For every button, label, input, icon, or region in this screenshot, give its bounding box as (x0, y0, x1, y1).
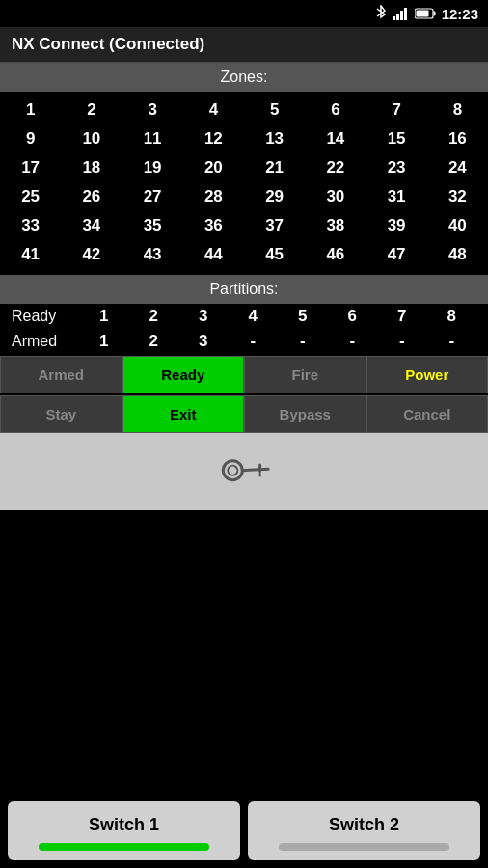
zone-cell[interactable]: 7 (366, 95, 427, 124)
action-buttons-row1: ArmedReadyFirePower (0, 356, 488, 393)
zone-cell[interactable]: 13 (244, 124, 305, 153)
zone-cell[interactable]: 33 (0, 211, 61, 240)
zones-grid: 1234567891011121314151617181920212223242… (0, 92, 488, 273)
zone-cell[interactable]: 35 (122, 211, 183, 240)
action-button-power[interactable]: Power (366, 356, 489, 393)
zone-cell[interactable]: 31 (366, 182, 427, 211)
zone-cell[interactable]: 28 (183, 182, 244, 211)
zone-cell[interactable]: 32 (427, 182, 488, 211)
zone-cell[interactable]: 45 (244, 240, 305, 269)
zone-cell[interactable]: 27 (122, 182, 183, 211)
partition-cell[interactable]: 5 (288, 307, 317, 326)
action-button-fire[interactable]: Fire (244, 356, 366, 393)
svg-rect-5 (433, 12, 435, 16)
zone-cell[interactable]: 3 (122, 95, 183, 124)
partition-cell[interactable]: - (388, 332, 417, 351)
zone-cell[interactable]: 16 (427, 124, 488, 153)
partition-cell[interactable]: 4 (238, 307, 267, 326)
zone-cell[interactable]: 4 (183, 95, 244, 124)
partition-cell[interactable]: 1 (90, 332, 119, 351)
partition-cell[interactable]: - (288, 332, 317, 351)
partition-cell[interactable]: 1 (90, 307, 119, 326)
status-bar: 12:23 (0, 0, 488, 27)
partition-cell[interactable]: - (238, 332, 267, 351)
partition-cell[interactable]: 3 (189, 332, 218, 351)
zone-cell[interactable]: 9 (0, 124, 61, 153)
title-bar: NX Connect (Connected) (0, 27, 488, 63)
partitions-header: Partitions: (0, 275, 488, 304)
partitions-table: Ready12345678Armed123----- (0, 304, 488, 354)
svg-rect-0 (393, 16, 395, 20)
zone-cell[interactable]: 22 (305, 153, 366, 182)
zone-cell[interactable]: 15 (366, 124, 427, 153)
partition-cell[interactable]: 7 (388, 307, 417, 326)
svg-rect-1 (396, 14, 399, 20)
action-button-cancel[interactable]: Cancel (366, 395, 489, 433)
zone-cell[interactable]: 29 (244, 182, 305, 211)
zone-cell[interactable]: 10 (61, 124, 122, 153)
svg-rect-6 (416, 11, 428, 17)
zone-cell[interactable]: 47 (366, 240, 427, 269)
partition-cell[interactable]: - (437, 332, 466, 351)
zone-cell[interactable]: 40 (427, 211, 488, 240)
partitions-row: Armed123----- (0, 329, 488, 354)
zone-cell[interactable]: 42 (61, 240, 122, 269)
zone-cell[interactable]: 46 (305, 240, 366, 269)
zone-cell[interactable]: 12 (183, 124, 244, 153)
zone-cell[interactable]: 44 (183, 240, 244, 269)
zone-cell[interactable]: 6 (305, 95, 366, 124)
partition-cell[interactable]: - (338, 332, 366, 351)
zone-cell[interactable]: 36 (183, 211, 244, 240)
bluetooth-icon (374, 5, 388, 22)
switch-label: Switch 1 (89, 815, 159, 835)
zone-cell[interactable]: 30 (305, 182, 366, 211)
action-button-stay[interactable]: Stay (0, 395, 122, 433)
zone-cell[interactable]: 26 (61, 182, 122, 211)
key-icon (206, 434, 281, 508)
zones-header: Zones: (0, 63, 488, 92)
partitions-row: Ready12345678 (0, 304, 488, 329)
zone-cell[interactable]: 2 (61, 95, 122, 124)
zone-cell[interactable]: 20 (183, 153, 244, 182)
zone-cell[interactable]: 8 (427, 95, 488, 124)
partition-cell[interactable]: 2 (139, 332, 168, 351)
zone-cell[interactable]: 1 (0, 95, 61, 124)
zone-cell[interactable]: 17 (0, 153, 61, 182)
switch-indicator (39, 843, 209, 851)
zone-cell[interactable]: 21 (244, 153, 305, 182)
svg-rect-3 (404, 8, 407, 20)
zone-cell[interactable]: 48 (427, 240, 488, 269)
zone-cell[interactable]: 39 (366, 211, 427, 240)
zone-cell[interactable]: 43 (122, 240, 183, 269)
partition-cell[interactable]: 3 (189, 307, 218, 326)
zone-cell[interactable]: 41 (0, 240, 61, 269)
partition-values: 12345678 (79, 307, 476, 326)
switch-container: Switch 1Switch 2 (0, 794, 488, 868)
partition-values: 123----- (79, 332, 476, 351)
zone-cell[interactable]: 25 (0, 182, 61, 211)
action-button-ready[interactable]: Ready (122, 356, 245, 393)
switch-button-2[interactable]: Switch 2 (248, 801, 480, 860)
zone-cell[interactable]: 34 (61, 211, 122, 240)
zone-cell[interactable]: 14 (305, 124, 366, 153)
partition-row-label: Ready (12, 308, 79, 325)
status-time: 12:23 (442, 6, 478, 22)
app-title: NX Connect (Connected) (12, 35, 204, 53)
zone-cell[interactable]: 18 (61, 153, 122, 182)
zone-cell[interactable]: 38 (305, 211, 366, 240)
switch-label: Switch 2 (329, 815, 399, 835)
action-button-bypass[interactable]: Bypass (244, 395, 366, 433)
zone-cell[interactable]: 11 (122, 124, 183, 153)
zone-cell[interactable]: 5 (244, 95, 305, 124)
partition-cell[interactable]: 2 (139, 307, 168, 326)
action-button-armed[interactable]: Armed (0, 356, 122, 393)
zone-cell[interactable]: 23 (366, 153, 427, 182)
zone-cell[interactable]: 37 (244, 211, 305, 240)
zone-cell[interactable]: 19 (122, 153, 183, 182)
action-button-exit[interactable]: Exit (122, 395, 245, 433)
zone-cell[interactable]: 24 (427, 153, 488, 182)
partition-cell[interactable]: 8 (437, 307, 466, 326)
partition-cell[interactable]: 6 (338, 307, 366, 326)
svg-point-8 (226, 463, 239, 476)
switch-button-1[interactable]: Switch 1 (8, 801, 240, 860)
